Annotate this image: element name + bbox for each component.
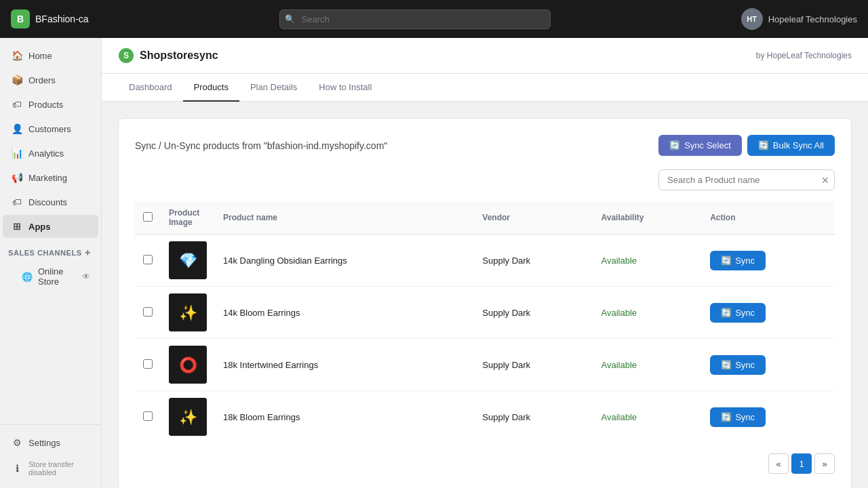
product-availability-1: Available: [593, 287, 703, 339]
app-title: Shopstoresync: [140, 49, 218, 62]
search-clear-icon[interactable]: ✕: [821, 175, 829, 186]
search-icon: 🔍: [285, 14, 295, 24]
col-header-availability: Availability: [593, 201, 703, 235]
row-checkbox-0[interactable]: [143, 255, 153, 264]
svg-text:✨: ✨: [179, 304, 198, 322]
sidebar: 🏠 Home 📦 Orders 🏷 Products 👤 Customers 📊…: [0, 38, 102, 488]
store-transfer-item: ℹ Store transfer disabled: [3, 455, 98, 482]
sidebar-item-label: Analytics: [28, 148, 64, 159]
search-area: 🔍: [279, 9, 551, 29]
product-vendor-1: Supply Dark: [474, 287, 593, 339]
sync-button-0[interactable]: 🔄 Sync: [710, 251, 766, 270]
svg-text:💎: 💎: [179, 251, 198, 270]
sync-buttons: 🔄 Sync Select 🔄 Bulk Sync All: [658, 135, 835, 156]
sidebar-item-apps[interactable]: ⊞ Apps: [3, 215, 98, 238]
svg-text:S: S: [123, 51, 129, 60]
sidebar-item-customers[interactable]: 👤 Customers: [3, 117, 98, 140]
search-input[interactable]: [279, 9, 551, 29]
app-logo-icon: S: [118, 47, 134, 64]
eye-icon: 👁: [82, 272, 90, 281]
sidebar-bottom: ⚙ Settings ℹ Store transfer disabled: [0, 424, 101, 483]
tab-dashboard[interactable]: Dashboard: [118, 74, 183, 102]
pagination: « 1 »: [135, 453, 835, 474]
add-channel-button[interactable]: ＋: [83, 247, 93, 259]
content-card: Sync / Un-Sync products from "bfashion-i…: [118, 118, 852, 488]
online-store-icon: 🌐: [22, 272, 33, 282]
settings-icon: ⚙: [11, 436, 23, 449]
products-table: Product Image Product name Vendor Availa…: [135, 201, 835, 443]
topbar-right: HT Hopeleaf Technologies: [741, 8, 857, 30]
pagination-page-1[interactable]: 1: [791, 453, 812, 474]
pagination-next[interactable]: »: [814, 453, 835, 474]
settings-label: Settings: [28, 438, 60, 448]
sync-row-icon-3: 🔄: [721, 412, 732, 422]
marketing-icon: 📢: [11, 171, 23, 184]
company-name: Hopeleaf Technologies: [768, 14, 857, 24]
row-checkbox-2[interactable]: [143, 359, 153, 369]
product-name-2: 18k Intertwined Earrings: [215, 339, 474, 391]
store-name: BFashion-ca: [35, 14, 89, 24]
product-search-input[interactable]: [658, 169, 835, 190]
row-checkbox-3[interactable]: [143, 411, 153, 421]
product-vendor-2: Supply Dark: [474, 339, 593, 391]
content-area: Sync / Un-Sync products from "bfashion-i…: [102, 102, 868, 488]
sidebar-item-marketing[interactable]: 📢 Marketing: [3, 166, 98, 189]
col-header-name: Product name: [215, 201, 474, 235]
sidebar-item-settings[interactable]: ⚙ Settings: [3, 431, 98, 454]
table-row: ✨ 18k Bloom Earrings Supply Dark Availab…: [135, 391, 835, 443]
svg-text:✨: ✨: [179, 408, 198, 426]
sync-button-1[interactable]: 🔄 Sync: [710, 303, 766, 323]
sidebar-item-analytics[interactable]: 📊 Analytics: [3, 142, 98, 165]
customers-icon: 👤: [11, 123, 23, 135]
avatar: HT: [741, 8, 763, 30]
sidebar-item-label: Customers: [28, 124, 71, 134]
sidebar-item-orders[interactable]: 📦 Orders: [3, 68, 98, 92]
product-image-2: ⭕: [169, 346, 207, 384]
product-name-0: 14k Dangling Obsidian Earrings: [215, 235, 474, 287]
product-name-3: 18k Bloom Earrings: [215, 391, 474, 443]
product-search-area: ✕: [135, 169, 835, 190]
sidebar-item-products[interactable]: 🏷 Products: [3, 93, 98, 116]
product-availability-2: Available: [593, 339, 703, 391]
app-title-row: S Shopstoresync: [118, 47, 218, 64]
pagination-prev[interactable]: «: [768, 453, 789, 474]
tab-how-to-install[interactable]: How to Install: [308, 74, 382, 102]
tab-plan-details[interactable]: Plan Details: [239, 74, 308, 102]
products-icon: 🏷: [11, 98, 23, 110]
svg-text:⭕: ⭕: [179, 356, 198, 374]
product-vendor-3: Supply Dark: [474, 391, 593, 443]
sync-row-icon-2: 🔄: [721, 360, 732, 370]
orders-icon: 📦: [11, 74, 23, 86]
sync-button-2[interactable]: 🔄 Sync: [710, 355, 766, 375]
sync-button-3[interactable]: 🔄 Sync: [710, 407, 766, 427]
product-availability-0: Available: [593, 235, 703, 287]
sync-text: Sync / Un-Sync products from "bfashion-i…: [135, 140, 387, 151]
sales-channels-section: SALES CHANNELS ＋: [0, 239, 101, 262]
product-image-3: ✨: [169, 398, 207, 436]
app-header: S Shopstoresync by HopeLeaf Technologies: [102, 38, 868, 74]
bulk-sync-icon: 🔄: [758, 140, 769, 150]
sync-select-button[interactable]: 🔄 Sync Select: [658, 135, 742, 156]
col-header-action: Action: [702, 201, 835, 235]
product-image-1: ✨: [169, 293, 207, 331]
analytics-icon: 📊: [11, 147, 23, 159]
online-store-label: Online Store: [38, 266, 77, 287]
bulk-sync-all-button[interactable]: 🔄 Bulk Sync All: [747, 135, 835, 156]
home-icon: 🏠: [11, 49, 23, 62]
table-row: ✨ 14k Bloom Earrings Supply Dark Availab…: [135, 287, 835, 339]
tabs-bar: Dashboard Products Plan Details How to I…: [102, 74, 868, 102]
select-all-checkbox[interactable]: [143, 212, 153, 222]
sync-icon: 🔄: [669, 140, 680, 150]
product-availability-3: Available: [593, 391, 703, 443]
sidebar-item-online-store[interactable]: 🌐 Online Store 👁: [3, 262, 98, 291]
tab-products[interactable]: Products: [183, 74, 239, 102]
discounts-icon: 🏷: [11, 196, 23, 208]
sidebar-item-home[interactable]: 🏠 Home: [3, 44, 98, 67]
product-image-0: 💎: [169, 241, 207, 279]
row-checkbox-1[interactable]: [143, 307, 153, 317]
sidebar-item-label: Orders: [28, 75, 56, 85]
sidebar-item-discounts[interactable]: 🏷 Discounts: [3, 190, 98, 214]
sidebar-item-label: Products: [28, 100, 63, 110]
topbar-left: B BFashion-ca: [11, 9, 89, 28]
col-header-image: Product Image: [161, 201, 215, 235]
